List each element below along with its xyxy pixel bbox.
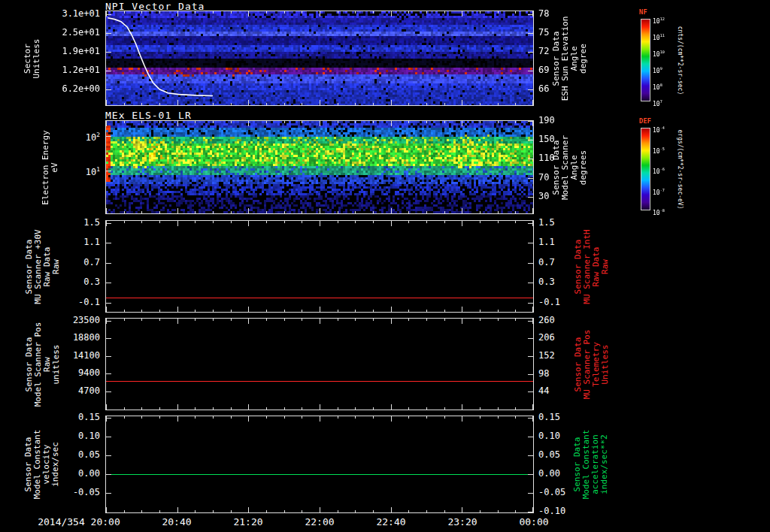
ytick-label-right: 69 (538, 65, 549, 75)
axis-label-right-npi-vector: Sensor DataESH Sun ElevationAngledegree (551, 11, 587, 106)
x-tick-mark (248, 208, 249, 213)
ytick-label-right: 1.1 (538, 237, 555, 247)
x-tick-mark (444, 221, 445, 223)
axis-label-left-scanner-pos-line: Sensor Data (24, 318, 33, 410)
x-tick-mark (213, 310, 214, 312)
axis-label-left-npi-vector: SectorUnitless (23, 11, 41, 106)
x-tick-mark (284, 510, 285, 512)
x-tick-mark (159, 11, 160, 14)
ytick-label-right: 0.05 (538, 449, 560, 460)
x-tick-mark (284, 407, 285, 410)
x-tick-mark (320, 100, 320, 105)
axis-label-right-els-spectrogram-line: degrees (578, 120, 587, 214)
x-tick-mark (231, 416, 232, 419)
x-tick-mark (498, 11, 499, 14)
x-tick-mark (480, 103, 480, 105)
x-tick-mark (159, 310, 160, 312)
ytick-label-right: 72 (538, 46, 549, 56)
x-tick-mark (195, 510, 196, 512)
x-tick-mark (532, 307, 533, 312)
x-tick-mark (338, 310, 338, 312)
panel-title-els: MEx ELS-01 LR (105, 110, 192, 121)
y-tick-mark (106, 493, 111, 494)
y-tick-mark (106, 171, 111, 171)
x-tick-mark (498, 221, 499, 223)
y-tick-mark (106, 338, 111, 339)
x-tick-mark (195, 319, 196, 321)
y-tick-mark (106, 89, 111, 90)
x-tick-mark (532, 208, 533, 213)
x-tick-mark (248, 11, 249, 17)
y-tick-mark (528, 89, 533, 90)
y-tick-mark (106, 263, 111, 264)
x-tick-mark (373, 510, 374, 512)
x-tick-mark (177, 307, 178, 312)
y-tick-mark (106, 136, 111, 137)
x-tick-mark (355, 319, 356, 321)
colorbar-tick-label: 108 (653, 81, 662, 92)
x-tick-mark (373, 211, 374, 213)
scanner-pos-data-line (106, 381, 533, 382)
x-tick-mark (106, 208, 107, 213)
y-tick-mark (106, 52, 111, 53)
axis-label-left-mu-scanner-30v: Sensor DataMU Scanner +30VRaw DataRaw (24, 220, 60, 313)
x-tick-mark (248, 121, 249, 126)
x-tick-mark (124, 11, 125, 14)
ytick-label-right: -0.1 (538, 297, 560, 307)
colorbar-tick-label: 10-7 (653, 186, 665, 197)
x-tick-mark (124, 416, 125, 419)
x-tick-mark (373, 11, 374, 14)
y-tick-mark (528, 197, 533, 198)
x-tick-mark (284, 221, 285, 223)
x-tick-mark (177, 416, 178, 422)
axis-label-right-scanner-pos-line: Telemetry (591, 318, 600, 410)
x-tick-mark (213, 407, 214, 410)
x-tick-mark (159, 103, 160, 105)
y-tick-mark (106, 243, 111, 243)
x-tick-mark (426, 407, 427, 410)
x-tick-mark (320, 221, 320, 226)
x-tick-mark (106, 404, 107, 410)
x-tick-mark (532, 121, 533, 126)
y-tick-mark (106, 455, 111, 456)
x-tick-mark (338, 319, 338, 321)
x-tick-mark (302, 103, 302, 105)
x-tick-mark (462, 404, 462, 410)
panel-els-spectrogram (105, 120, 534, 214)
colorbar-tick-label: 107 (653, 98, 662, 108)
y-tick-mark (106, 303, 111, 304)
x-tick-mark (124, 407, 125, 410)
colorbar-tick-label: 1010 (653, 48, 665, 59)
axis-label-right-els-spectrogram-line: Sensor Data (551, 120, 560, 214)
x-tick-mark (462, 208, 462, 213)
x-tick-mark (106, 100, 107, 105)
x-tick-mark (373, 407, 374, 410)
x-tick-mark (408, 310, 409, 312)
x-tick-mark (426, 221, 427, 223)
x-tick-mark (177, 319, 178, 324)
x-tick-mark (195, 211, 196, 213)
x-tick-mark (195, 416, 196, 419)
y-tick-mark (528, 223, 533, 224)
y-tick-mark (528, 512, 533, 512)
x-tick-mark (532, 404, 533, 410)
x-tick-mark (462, 416, 462, 422)
x-tick-mark (498, 510, 499, 512)
axis-label-right-els-spectrogram-line: Model Scanner (560, 120, 569, 214)
x-tick-mark (391, 121, 392, 126)
x-tick-mark (515, 221, 516, 223)
x-tick-mark (266, 407, 267, 410)
axis-label-right-npi-vector-line: Angle (569, 11, 578, 106)
xtick-label: 2014/354 20:00 (38, 516, 120, 527)
y-tick-mark (528, 455, 533, 456)
x-tick-mark (284, 103, 285, 105)
axis-label-right-scanner-pos: Sensor DataMU Scanner PosTelemetryUnitle… (573, 318, 609, 410)
x-tick-mark (302, 407, 302, 410)
y-tick-mark (528, 121, 533, 122)
colorbar-units-nf-line: cnts/(cm**2-sr-sec) (677, 4, 684, 116)
x-tick-mark (266, 310, 267, 312)
x-tick-mark (141, 319, 142, 321)
ytick-label-right: 75 (538, 27, 549, 38)
x-tick-mark (462, 100, 462, 105)
axis-label-left-mu-scanner-30v-line: MU Scanner +30V (33, 220, 42, 313)
